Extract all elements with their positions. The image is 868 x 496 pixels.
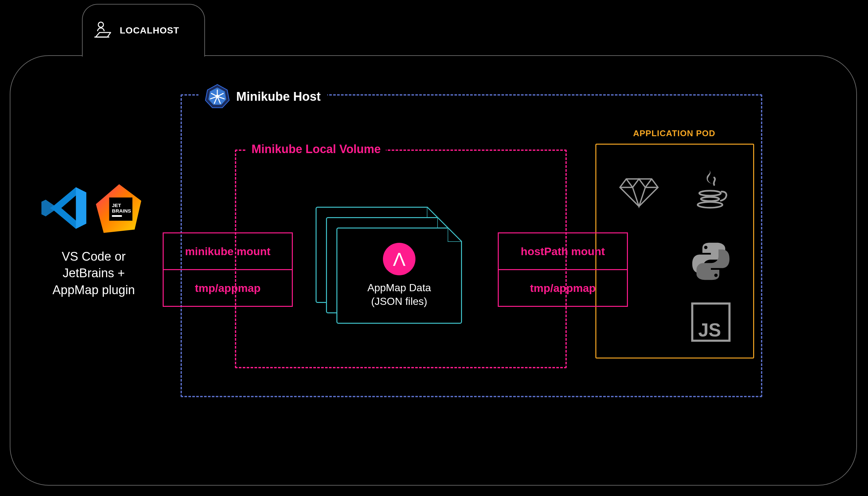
ruby-icon: [618, 168, 660, 212]
appmap-data-card-front: Λ AppMap Data (JSON files): [336, 228, 462, 324]
kubernetes-icon: [205, 83, 230, 110]
svg-line-13: [626, 179, 633, 188]
javascript-icon: JS: [690, 301, 732, 344]
hostpath-mount-label: hostPath mount: [499, 233, 627, 269]
minikube-mount-box: minikube mount tmp/appmap: [163, 232, 293, 307]
appmap-data-caption: AppMap Data (JSON files): [367, 281, 431, 308]
svg-text:JS: JS: [698, 320, 721, 340]
svg-rect-26: [112, 215, 122, 217]
minikube-mount-label: minikube mount: [164, 233, 292, 269]
localhost-label: LOCALHOST: [120, 25, 179, 36]
localhost-tab: LOCALHOST: [82, 4, 205, 57]
ide-caption-line2: JetBrains +: [29, 265, 159, 281]
appmap-logo-icon: Λ: [383, 243, 416, 275]
svg-point-17: [698, 202, 722, 208]
ide-caption: VS Code or JetBrains + AppMap plugin: [29, 248, 159, 298]
svg-point-18: [704, 246, 707, 249]
hostpath-mount-box: hostPath mount tmp/appmap: [498, 232, 628, 307]
ide-caption-line1: VS Code or: [29, 248, 159, 265]
svg-marker-12: [620, 179, 658, 207]
svg-text:JET: JET: [112, 202, 121, 208]
minikube-mount-path: tmp/appmap: [164, 269, 292, 306]
minikube-host-label: Minikube Host: [236, 90, 321, 104]
vscode-icon: [39, 182, 90, 238]
svg-point-16: [701, 197, 719, 201]
diagram-canvas: LOCALHOST Minikube Host: [0, 0, 868, 496]
svg-point-15: [699, 191, 721, 196]
ide-caption-line3: AppMap plugin: [29, 282, 159, 298]
appmap-data-title: AppMap Data: [367, 281, 431, 295]
python-icon: [690, 240, 732, 284]
java-icon: [690, 167, 732, 214]
hostpath-mount-path: tmp/appmap: [499, 269, 627, 306]
svg-text:BRAINS: BRAINS: [112, 208, 131, 214]
person-laptop-icon: [93, 21, 113, 40]
minikube-local-volume-label: Minikube Local Volume: [246, 142, 386, 156]
jetbrains-icon: JET BRAINS: [94, 182, 149, 238]
appmap-data-subtitle: (JSON files): [367, 295, 431, 308]
ide-cluster: JET BRAINS VS Code or JetBrains + AppMap…: [29, 182, 159, 298]
application-pod-label: APPLICATION POD: [633, 128, 715, 138]
svg-point-19: [714, 273, 717, 277]
svg-line-14: [645, 179, 652, 188]
svg-point-0: [98, 22, 103, 27]
minikube-host-title: Minikube Host: [198, 83, 327, 110]
